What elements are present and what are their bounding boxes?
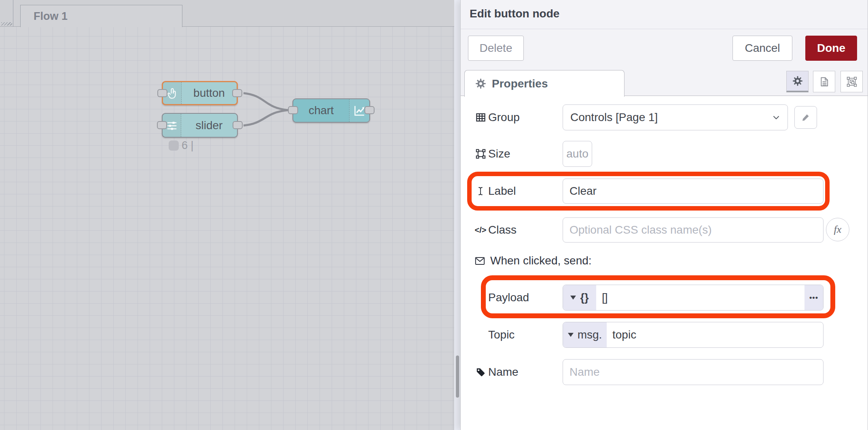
send-heading-row: When clicked, send: — [461, 253, 868, 268]
tray-title: Edit button node — [470, 7, 559, 20]
caret-down-icon — [570, 296, 576, 300]
delete-button[interactable]: Delete — [468, 36, 524, 61]
json-type-icon: {} — [580, 292, 589, 304]
chart-input-port[interactable] — [288, 106, 298, 114]
flow-canvas[interactable]: Flow 1 button — [0, 0, 454, 430]
node-button-label: button — [182, 82, 237, 104]
tag-icon — [474, 367, 487, 377]
payload-label: Payload — [488, 291, 529, 304]
object-size-icon — [474, 149, 487, 160]
document-icon — [819, 77, 830, 87]
tab-properties[interactable]: Properties — [464, 70, 625, 97]
name-label: Name — [488, 366, 519, 379]
fx-badge[interactable]: fx — [826, 218, 849, 241]
caret-down-icon — [568, 333, 574, 337]
topic-label: Topic — [488, 328, 514, 341]
size-row: Size auto — [461, 141, 868, 167]
payload-typed-input[interactable]: {} [] ••• — [563, 285, 824, 311]
slider-output-port[interactable] — [233, 121, 243, 129]
node-slider[interactable]: slider — [162, 113, 238, 138]
properties-tab-button[interactable] — [786, 71, 809, 92]
topic-value[interactable]: topic — [607, 322, 823, 347]
send-heading: When clicked, send: — [490, 254, 592, 267]
wire-slider-chart[interactable] — [243, 110, 288, 126]
appearance-tab-button[interactable] — [840, 71, 863, 92]
chart-output-port[interactable] — [364, 106, 375, 114]
class-row: </> Class fx — [461, 217, 868, 243]
node-slider-label: slider — [181, 114, 237, 137]
gear-icon — [792, 76, 803, 86]
name-input[interactable] — [563, 359, 824, 385]
gear-icon — [475, 78, 486, 89]
chevron-down-icon — [771, 113, 781, 122]
node-chart-label: chart — [293, 99, 349, 122]
edit-tray: Edit button node Delete Cancel Done Prop… — [460, 0, 868, 430]
payload-value[interactable]: [] — [596, 285, 804, 310]
slider-status-text: 6 | — [182, 139, 194, 152]
group-label: Group — [488, 111, 520, 124]
size-label: Size — [488, 147, 510, 160]
msg-prefix: msg. — [578, 328, 602, 341]
table-icon — [474, 112, 487, 123]
tray-toolbar: Delete Cancel Done — [461, 29, 868, 67]
envelope-icon — [474, 255, 485, 266]
topic-row: Topic msg. topic — [461, 322, 868, 348]
cancel-button[interactable]: Cancel — [733, 36, 792, 61]
slider-input-port[interactable] — [157, 121, 167, 129]
payload-expand-button[interactable]: ••• — [804, 285, 823, 310]
canvas-scrollbar-thumb[interactable] — [456, 355, 459, 398]
code-icon: </> — [474, 226, 487, 235]
wires-layer — [0, 0, 454, 430]
payload-row: Payload {} [] ••• — [461, 285, 868, 311]
done-button[interactable]: Done — [805, 36, 857, 61]
label-row: Label — [461, 179, 868, 204]
ibeam-cursor-icon — [474, 186, 487, 196]
description-tab-button[interactable] — [813, 71, 835, 92]
editor-tab-row: Properties — [461, 67, 868, 96]
tray-header: Edit button node — [461, 0, 868, 29]
object-group-icon — [847, 77, 857, 87]
slider-status-badge — [169, 140, 179, 151]
canvas-scrollbar-track[interactable] — [454, 0, 460, 430]
tab-properties-label: Properties — [492, 77, 548, 90]
button-output-port[interactable] — [232, 89, 242, 97]
group-select-value: Controls [Page 1] — [570, 111, 658, 124]
group-select[interactable]: Controls [Page 1] — [563, 104, 788, 130]
group-row: Group Controls [Page 1] — [461, 104, 868, 130]
label-label: Label — [488, 185, 516, 198]
name-row: Name — [461, 359, 868, 385]
class-label: Class — [488, 224, 517, 236]
label-input[interactable] — [563, 179, 824, 204]
edit-group-button[interactable] — [794, 106, 817, 129]
edit-form: Group Controls [Page 1] — [461, 96, 868, 430]
topic-type-select[interactable]: msg. — [563, 322, 607, 347]
class-input[interactable] — [563, 217, 824, 243]
wire-button-chart[interactable] — [243, 93, 288, 110]
pencil-icon — [801, 113, 811, 122]
size-auto-button[interactable]: auto — [563, 141, 592, 167]
payload-type-select[interactable]: {} — [563, 285, 596, 310]
topic-typed-input[interactable]: msg. topic — [563, 322, 824, 348]
button-input-port[interactable] — [157, 89, 167, 97]
node-chart[interactable]: chart — [292, 98, 370, 123]
node-button[interactable]: button — [162, 81, 238, 105]
